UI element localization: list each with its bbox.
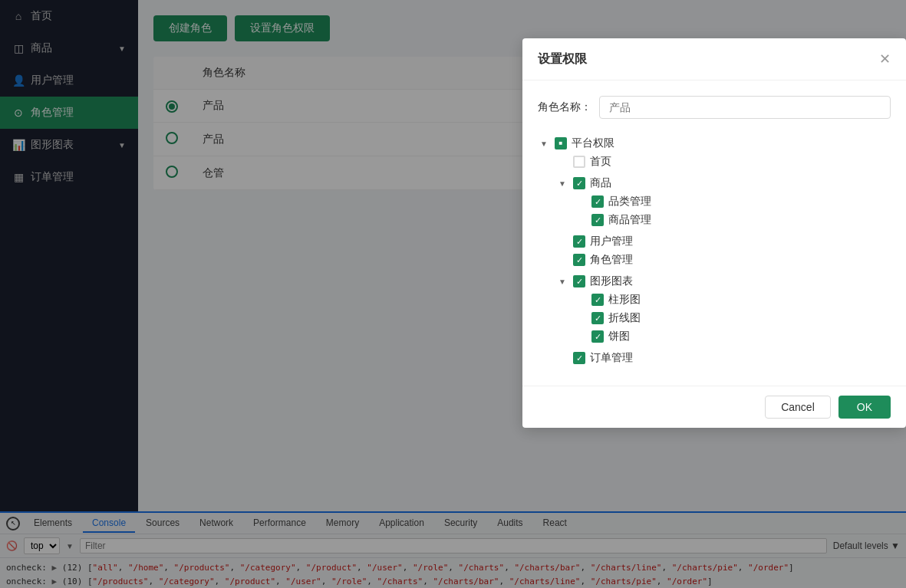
products-label: 商品 (590, 176, 611, 190)
roles-checkbox[interactable] (573, 254, 585, 266)
category-checkbox[interactable] (591, 195, 604, 208)
line-label: 折线图 (608, 311, 641, 325)
roles-label: 角色管理 (590, 253, 633, 267)
orders-label: 订单管理 (590, 351, 633, 365)
tree-platform: ▼ 平台权限 ▶ 首页 (538, 134, 891, 367)
tree-products: ▼ 商品 ▶ 品类管理 ▶ (556, 174, 891, 229)
expand-icon[interactable]: ▼ (538, 137, 550, 149)
home-label: 首页 (590, 155, 611, 169)
ok-button[interactable]: OK (838, 396, 891, 419)
role-name-input[interactable] (599, 96, 891, 119)
modal-footer: Cancel OK (522, 386, 906, 428)
expand-icon[interactable]: ▼ (556, 275, 568, 287)
main-content: 创建角色 设置角色权限 角色名称 创建时间 产品 (138, 0, 906, 511)
tree-home-row: ▶ 首页 (556, 153, 891, 171)
products-checkbox[interactable] (573, 177, 585, 189)
charts-children: ▶ 柱形图 ▶ 折线图 ▶ (575, 291, 891, 346)
tree-category-row: ▶ 品类管理 (575, 192, 891, 211)
tree-users-row: ▶ 用户管理 (556, 232, 891, 251)
tree-orders-row: ▶ 订单管理 (556, 349, 891, 367)
close-button[interactable]: ✕ (879, 51, 891, 67)
bar-label: 柱形图 (608, 293, 641, 307)
charts-checkbox[interactable] (573, 275, 585, 287)
tree-line-row: ▶ 折线图 (575, 309, 891, 327)
home-checkbox[interactable] (573, 156, 585, 168)
product-checkbox[interactable] (591, 214, 604, 226)
tree-charts: ▼ 图形图表 ▶ 柱形图 (556, 272, 891, 346)
modal-header: 设置权限 ✕ (522, 38, 906, 80)
modal-body: 角色名称： ▼ 平台权限 ▶ 首页 (522, 80, 906, 386)
cancel-button[interactable]: Cancel (765, 396, 831, 419)
permissions-modal: 设置权限 ✕ 角色名称： ▼ 平台权限 (522, 38, 906, 428)
role-name-row: 角色名称： (538, 96, 891, 119)
tree-pie-row: ▶ 饼图 (575, 327, 891, 346)
line-checkbox[interactable] (591, 312, 604, 324)
users-checkbox[interactable] (573, 235, 585, 248)
platform-children: ▶ 首页 ▼ 商品 (556, 153, 891, 367)
product-label: 商品管理 (608, 213, 651, 227)
category-label: 品类管理 (608, 195, 651, 209)
charts-label: 图形图表 (590, 274, 633, 288)
orders-checkbox[interactable] (573, 352, 585, 364)
bar-checkbox[interactable] (591, 294, 604, 306)
products-children: ▶ 品类管理 ▶ 商品管理 (575, 192, 891, 229)
users-label: 用户管理 (590, 235, 633, 248)
pie-checkbox[interactable] (591, 330, 604, 343)
platform-label: 平台权限 (572, 136, 614, 150)
role-name-label: 角色名称： (538, 100, 591, 114)
pie-label: 饼图 (608, 330, 630, 343)
tree-product-row: ▶ 商品管理 (575, 211, 891, 229)
tree-roles-row: ▶ 角色管理 (556, 251, 891, 269)
expand-icon[interactable]: ▼ (556, 177, 568, 189)
modal-title: 设置权限 (538, 51, 587, 67)
platform-checkbox[interactable] (555, 137, 567, 149)
tree-bar-row: ▶ 柱形图 (575, 291, 891, 309)
